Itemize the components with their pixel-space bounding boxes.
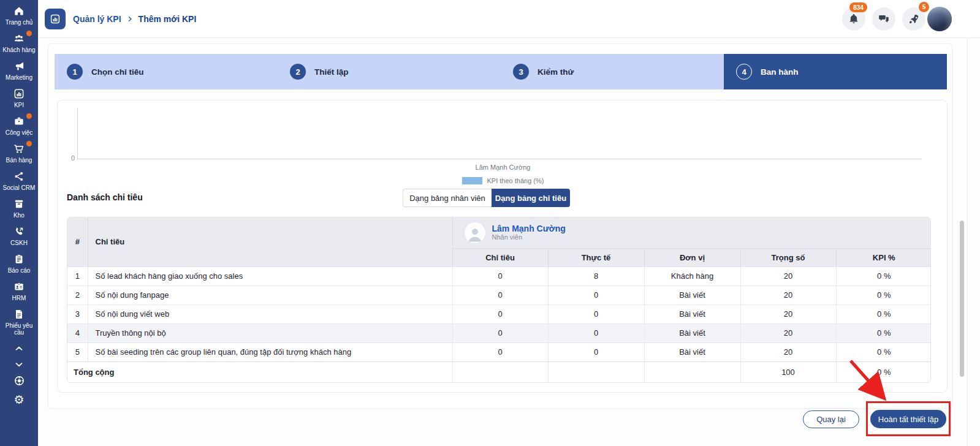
sidebar-item-label: Khách hàng [0,47,38,53]
sidebar-item-social-crm[interactable]: Social CRM [0,170,38,191]
sidebar-item-label: HRM [0,295,38,301]
sidebar-item-label: Phiếu yêu cầu [0,322,38,336]
table-row: 5 Số bài seeding trên các group liên qua… [67,342,931,361]
sidebar-item-ban-hang[interactable]: Bán hàng [0,143,38,164]
user-avatar[interactable] [927,7,952,31]
legend-label: KPI theo tháng (%) [487,177,544,184]
chart-category-label: Lâm Mạnh Cường [58,164,948,171]
launcher-badge: 5 [919,2,929,12]
kpi-view-button[interactable]: Dạng bảng chỉ tiêu [492,189,570,207]
kpi-name-column-header: Chỉ tiêu [88,217,452,266]
table-row: 3 Số nội dung viết web 0 0 Bài viết 20 0… [67,304,931,323]
sidebar-support-button[interactable] [0,374,38,387]
sidebar-scroll-down[interactable] [0,358,38,371]
sidebar-item-bao-cao[interactable]: Báo cáo [0,253,38,274]
step-number: 3 [513,64,529,80]
briefcase-icon [12,115,26,127]
col-thuc-te: Thực tế [548,248,644,266]
table-view-toggle: Dạng bảng nhân viên Dạng bảng chỉ tiêu [403,189,570,207]
step-kiem-thu[interactable]: 3 Kiểm thử [501,54,724,89]
sidebar-item-label: Trang chủ [0,19,38,26]
index-column-header: # [67,217,88,266]
chat-bubbles-icon [878,13,890,25]
messages-button[interactable] [872,7,895,31]
wizard-stepper: 1 Chọn chỉ tiêu 2 Thiết lập 3 Kiểm thử 4… [55,54,947,89]
employee-view-button[interactable]: Dạng bảng nhân viên [403,189,492,207]
home-icon [12,5,26,17]
col-kpi-pct: KPI % [836,248,931,266]
employee-name[interactable]: Lâm Mạnh Cường [492,224,566,233]
step-number: 2 [290,64,306,80]
kpi-app-icon[interactable] [45,9,66,29]
sidebar: Trang chủ Khách hàng Marketing KPI [0,0,38,446]
sidebar-item-kho[interactable]: Kho [0,198,38,219]
sidebar-item-kpi[interactable]: KPI [0,88,38,108]
chevron-right-icon [126,15,134,23]
sidebar-item-cskh[interactable]: CSKH [0,225,38,246]
chart-legend: KPI theo tháng (%) [58,177,948,184]
page-right-divider [967,38,968,446]
step-number: 4 [736,64,752,80]
top-bar: Quản lý KPI Thêm mới KPI 834 5 [38,0,980,38]
list-title: Danh sách chỉ tiêu [67,192,143,202]
sidebar-settings-button[interactable]: ⚙ [0,393,38,406]
sidebar-item-label: Social CRM [0,184,38,191]
sidebar-item-khach-hang[interactable]: Khách hàng [0,32,38,53]
col-don-vi: Đơn vị [644,248,740,266]
sidebar-item-hrm[interactable]: HRM [0,281,38,301]
sidebar-item-label: Kho [0,212,38,219]
notification-dot [26,113,32,119]
table-row: 1 Số lead khách hàng giao xuống cho sale… [67,266,931,285]
bar-chart-icon [12,88,26,100]
kpi-monthly-chart: 0 Lâm Mạnh Cường KPI theo tháng (%) [58,100,948,189]
sidebar-item-cong-viec[interactable]: Công việc [0,115,38,136]
table-row: 4 Truyền thông nội bộ 0 0 Bài viết 20 0 … [67,323,931,342]
breadcrumb: Quản lý KPI Thêm mới KPI [73,0,196,38]
notifications-badge: 834 [849,2,867,12]
step-chon-chi-tieu[interactable]: 1 Chọn chỉ tiêu [55,54,278,89]
vertical-scrollbar-thumb[interactable] [960,221,964,377]
cart-icon [12,143,26,155]
chevron-down-icon [12,358,26,371]
gear-icon: ⚙ [12,393,26,406]
sidebar-item-marketing[interactable]: Marketing [0,60,38,81]
sidebar-item-label: KPI [0,102,38,108]
sidebar-item-phieu-yeu-cau[interactable]: Phiếu yêu cầu [0,308,38,336]
phone-outgoing-icon [12,225,26,238]
table-total-row: Tổng cộng 100 0 % [67,361,931,382]
sidebar-scroll-up[interactable] [0,342,38,355]
chevron-up-icon [12,342,26,355]
lifebuoy-icon [12,374,26,387]
back-button[interactable]: Quay lại [803,410,859,428]
employee-group-header: Lâm Mạnh Cường Nhân viên [452,217,931,248]
bell-icon [848,13,860,25]
document-icon [12,308,26,320]
step-ban-hanh[interactable]: 4 Ban hành [724,54,947,89]
finish-setup-button[interactable]: Hoàn tất thiết lập [870,410,946,428]
col-chi-tieu: Chỉ tiêu [452,248,548,266]
sidebar-item-trang-chu[interactable]: Trang chủ [0,5,38,26]
chart-y-tick: 0 [61,154,75,162]
notification-dot [26,31,32,36]
users-icon [12,32,26,45]
breadcrumb-kpi-management[interactable]: Quản lý KPI [73,14,121,24]
table-header-row: # Chỉ tiêu Lâm Mạnh Cường [67,217,931,248]
employee-avatar [464,222,486,244]
sidebar-item-label: Công việc [0,129,38,136]
sidebar-item-label: Bán hàng [0,157,38,164]
report-clipboard-icon [12,253,26,265]
notification-dot [26,141,32,146]
col-trong-so: Trọng số [740,248,836,266]
megaphone-icon [12,60,26,72]
main-content: 1 Chọn chỉ tiêu 2 Thiết lập 3 Kiểm thử 4… [38,38,980,446]
sidebar-item-label: Báo cáo [0,267,38,274]
kpi-preview-panel: 0 Lâm Mạnh Cường KPI theo tháng (%) Danh… [57,100,948,393]
archive-icon [12,198,26,210]
chart-x-axis [77,159,922,159]
sidebar-item-label: Marketing [0,74,38,81]
id-card-icon [12,281,26,293]
step-thiet-lap[interactable]: 2 Thiết lập [278,54,501,89]
sidebar-item-label: CSKH [0,240,38,246]
chart-y-axis [77,108,78,159]
app-root: Trang chủ Khách hàng Marketing KPI [0,0,980,446]
